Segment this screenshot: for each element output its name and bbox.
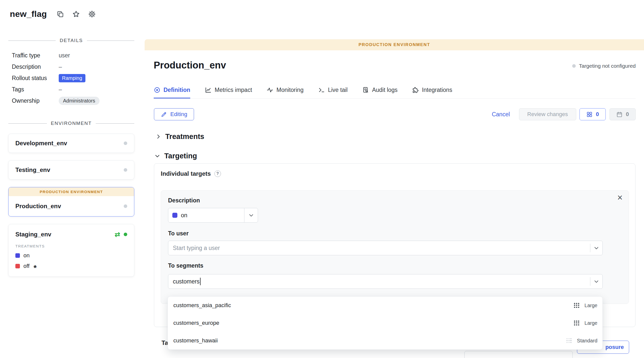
to-segments-label: To segments bbox=[168, 262, 629, 269]
env-status-dot bbox=[124, 204, 127, 208]
page-title: Production_env bbox=[154, 60, 226, 71]
segment-grid-icon bbox=[574, 303, 579, 308]
detail-value: – bbox=[59, 86, 62, 93]
details-list: Traffic type user Description – Rollout … bbox=[8, 50, 134, 106]
copy-icon[interactable] bbox=[56, 10, 64, 18]
segments-input[interactable]: customers bbox=[168, 278, 590, 285]
to-user-label: To user bbox=[168, 230, 629, 237]
detail-row-ownership: Ownership Administrators bbox=[12, 95, 134, 106]
treatments-heading: TREATMENTS bbox=[15, 244, 127, 248]
treatment-on-swatch bbox=[15, 253, 20, 258]
segment-option-hawaii[interactable]: customers_hawaii Standard bbox=[168, 332, 602, 349]
env-card-development[interactable]: Development_env bbox=[8, 134, 134, 153]
flag-detail-page: new_flag DETAILS Traffic type user Descr… bbox=[0, 0, 644, 358]
tab-bar: Definition Metrics impact Monitoring Liv… bbox=[154, 83, 636, 99]
targeting-status: Targeting not configured bbox=[572, 63, 636, 69]
env-card-testing[interactable]: Testing_env bbox=[8, 160, 134, 180]
text-cursor bbox=[200, 278, 201, 285]
treatments-section-toggle[interactable]: Treatments bbox=[155, 132, 204, 141]
detail-label: Tags bbox=[12, 86, 59, 93]
individual-targets-heading: Individual targets bbox=[161, 170, 211, 177]
user-input[interactable] bbox=[168, 245, 590, 252]
detail-row-traffic-type: Traffic type user bbox=[12, 50, 134, 61]
definition-toolbar: Editing Cancel Review changes 0 0 bbox=[154, 108, 636, 120]
ownership-badge[interactable]: Administrators bbox=[59, 97, 100, 105]
tab-monitoring[interactable]: Monitoring bbox=[267, 83, 303, 98]
calendar-count-button[interactable]: 0 bbox=[609, 108, 636, 120]
close-icon[interactable]: × bbox=[617, 193, 623, 202]
chevron-down-icon[interactable] bbox=[590, 245, 602, 251]
page-header: new_flag bbox=[10, 9, 96, 19]
env-card-production[interactable]: PRODUCTION ENVIRONMENT Production_env bbox=[8, 187, 134, 217]
segment-suggestions-menu: customers_asia_pacific Large customers_e… bbox=[168, 296, 603, 350]
detail-value: user bbox=[59, 52, 70, 59]
editing-button[interactable]: Editing bbox=[154, 108, 194, 120]
treatment-on-row: on bbox=[15, 252, 127, 259]
sidebar: DETAILS Traffic type user Description – … bbox=[8, 38, 134, 277]
targeting-section-toggle[interactable]: Targeting bbox=[154, 152, 197, 160]
segment-grid-dotted-icon bbox=[566, 338, 572, 344]
env-status-dot bbox=[124, 141, 127, 145]
review-changes-button[interactable]: Review changes bbox=[519, 108, 576, 120]
partial-hidden-box bbox=[464, 351, 573, 358]
tab-audit-logs[interactable]: Audit logs bbox=[362, 83, 398, 98]
description-label: Description bbox=[168, 197, 629, 204]
status-dot bbox=[572, 64, 576, 68]
env-status-dot-active bbox=[124, 233, 127, 236]
env-card-staging[interactable]: Staging_env ⇄ TREATMENTS on off * bbox=[8, 224, 134, 277]
star-icon[interactable] bbox=[72, 10, 80, 18]
env-status-dot bbox=[124, 168, 127, 172]
chevron-right-icon bbox=[155, 134, 161, 139]
chevron-down-icon bbox=[154, 153, 160, 159]
grid-count-button[interactable]: 0 bbox=[579, 108, 606, 120]
production-env-strip: PRODUCTION ENVIRONMENT bbox=[9, 187, 134, 196]
detail-label: Traffic type bbox=[12, 52, 59, 59]
segment-grid-icon bbox=[574, 320, 579, 326]
detail-label: Description bbox=[12, 63, 59, 70]
tab-live-tail[interactable]: Live tail bbox=[318, 83, 348, 98]
gear-icon[interactable] bbox=[88, 10, 96, 18]
tab-definition[interactable]: Definition bbox=[154, 83, 190, 98]
chevron-down-icon[interactable] bbox=[590, 279, 602, 284]
detail-label: Ownership bbox=[12, 97, 59, 104]
segment-option-asia-pacific[interactable]: customers_asia_pacific Large bbox=[168, 297, 602, 314]
detail-label: Rollout status bbox=[12, 75, 59, 82]
segment-size-label: Large bbox=[585, 320, 597, 326]
environment-section-heading: ENVIRONMENT bbox=[8, 121, 134, 126]
segment-size-label: Standard bbox=[577, 338, 597, 344]
production-environment-banner: PRODUCTION ENVIRONMENT bbox=[145, 39, 644, 50]
tab-integrations[interactable]: Integrations bbox=[412, 83, 452, 98]
details-section-heading: DETAILS bbox=[8, 38, 134, 43]
individual-target-card: × Description on To user To segments bbox=[161, 190, 629, 304]
segment-size-label: Large bbox=[585, 303, 597, 308]
rollout-status-badge: Ramping bbox=[59, 74, 85, 82]
detail-row-tags: Tags – bbox=[12, 84, 134, 95]
cancel-button[interactable]: Cancel bbox=[492, 111, 510, 118]
treatment-off-swatch bbox=[15, 264, 20, 268]
detail-row-rollout-status: Rollout status Ramping bbox=[12, 73, 134, 84]
next-section-heading-partial: Ta bbox=[162, 339, 168, 346]
detail-row-description: Description – bbox=[12, 61, 134, 73]
user-typeahead bbox=[168, 241, 603, 255]
help-icon[interactable]: ? bbox=[214, 170, 221, 177]
segment-option-europe[interactable]: customers_europe Large bbox=[168, 314, 602, 332]
treatment-off-row: off * bbox=[15, 263, 127, 269]
chevron-down-icon[interactable] bbox=[244, 208, 258, 222]
segments-typeahead[interactable]: customers bbox=[168, 274, 603, 289]
treatment-select[interactable]: on bbox=[168, 208, 258, 223]
tab-metrics-impact[interactable]: Metrics impact bbox=[205, 83, 252, 98]
treatment-on-swatch bbox=[172, 213, 177, 218]
flag-name: new_flag bbox=[10, 9, 47, 19]
swap-arrows-icon: ⇄ bbox=[115, 231, 120, 238]
detail-value: – bbox=[59, 63, 62, 70]
